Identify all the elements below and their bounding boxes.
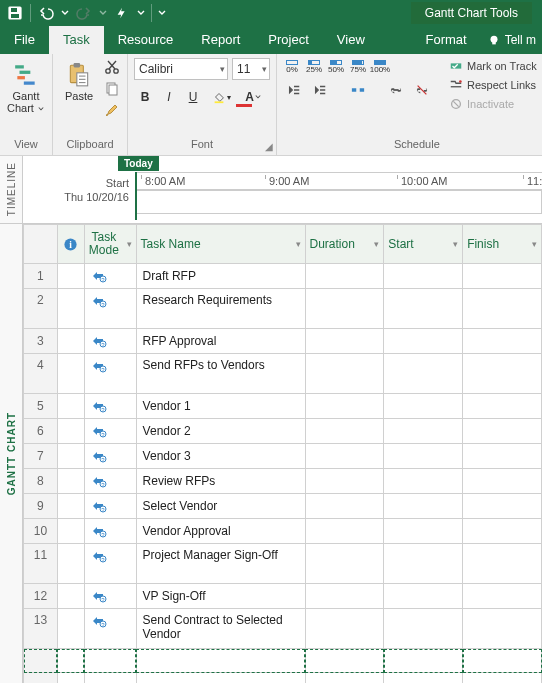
mark-on-track-button[interactable]: Mark on Track (447, 58, 542, 74)
timeline-canvas[interactable] (135, 190, 542, 214)
row-taskmode[interactable] (84, 289, 136, 329)
row-duration[interactable] (305, 469, 384, 494)
table-row[interactable]: 12VP Sign-Off (24, 584, 542, 609)
gantt-chart-button[interactable]: Gantt Chart (6, 58, 46, 114)
row-start[interactable] (384, 394, 463, 419)
row-number[interactable]: 10 (24, 519, 58, 544)
row-finish[interactable] (463, 469, 542, 494)
row-taskmode[interactable] (84, 419, 136, 444)
row-taskmode[interactable] (84, 444, 136, 469)
row-taskname[interactable]: Vendor 1 (136, 394, 305, 419)
col-taskmode[interactable]: Task Mode▾ (84, 225, 136, 264)
row-info[interactable] (57, 544, 84, 584)
col-duration[interactable]: Duration▾ (305, 225, 384, 264)
table-row[interactable]: 5Vendor 1 (24, 394, 542, 419)
row-taskname[interactable]: Research Requirements (136, 289, 305, 329)
row-start[interactable] (384, 519, 463, 544)
table-row[interactable]: 7Vendor 3 (24, 444, 542, 469)
row-taskmode[interactable] (84, 584, 136, 609)
row-info[interactable] (57, 469, 84, 494)
row-number[interactable]: 8 (24, 469, 58, 494)
row-taskmode[interactable] (84, 609, 136, 649)
task-grid[interactable]: Task Mode▾ Task Name▾ Duration▾ Start▾ F… (23, 224, 542, 683)
row-taskname[interactable]: Vendor 2 (136, 419, 305, 444)
row-duration[interactable] (305, 354, 384, 394)
row-duration[interactable] (305, 329, 384, 354)
save-button[interactable] (4, 2, 26, 24)
undo-dropdown[interactable] (59, 2, 71, 24)
row-duration[interactable] (305, 584, 384, 609)
row-finish[interactable] (463, 264, 542, 289)
copy-button[interactable] (103, 80, 121, 98)
table-row[interactable]: 1Draft RFP (24, 264, 542, 289)
row-number[interactable]: 12 (24, 584, 58, 609)
row-info[interactable] (57, 329, 84, 354)
underline-button[interactable]: U (182, 86, 204, 108)
row-finish[interactable] (463, 289, 542, 329)
row-info[interactable] (57, 519, 84, 544)
row-info[interactable] (57, 354, 84, 394)
pct-50-button[interactable]: 50% (327, 58, 345, 76)
row-number[interactable]: 9 (24, 494, 58, 519)
pct-0-button[interactable]: 0% (283, 58, 301, 76)
row-taskname[interactable]: Draft RFP (136, 264, 305, 289)
redo-dropdown[interactable] (97, 2, 109, 24)
row-start[interactable] (384, 544, 463, 584)
row-number[interactable]: 2 (24, 289, 58, 329)
row-finish[interactable] (463, 419, 542, 444)
link-tasks-button[interactable] (385, 79, 407, 101)
row-duration[interactable] (305, 289, 384, 329)
row-start[interactable] (384, 469, 463, 494)
row-info[interactable] (57, 494, 84, 519)
row-number[interactable]: 11 (24, 544, 58, 584)
pct-75-button[interactable]: 75% (349, 58, 367, 76)
row-taskname[interactable]: Send Contract to Selected Vendor (136, 609, 305, 649)
table-row[interactable]: 3RFP Approval (24, 329, 542, 354)
table-row[interactable]: 4Send RFPs to Vendors (24, 354, 542, 394)
tab-view[interactable]: View (323, 26, 379, 54)
row-taskname[interactable]: Vendor Approval (136, 519, 305, 544)
paste-button[interactable]: Paste (59, 58, 99, 102)
col-start[interactable]: Start▾ (384, 225, 463, 264)
respect-links-button[interactable]: Respect Links (447, 77, 542, 93)
row-start[interactable] (384, 329, 463, 354)
table-row[interactable]: 9Select Vendor (24, 494, 542, 519)
row-number[interactable]: 5 (24, 394, 58, 419)
row-taskname[interactable]: Select Vendor (136, 494, 305, 519)
row-start[interactable] (384, 609, 463, 649)
font-name-combo[interactable]: Calibri ▾ (134, 58, 228, 80)
row-start[interactable] (384, 419, 463, 444)
row-number[interactable]: 4 (24, 354, 58, 394)
row-info[interactable] (57, 289, 84, 329)
table-row[interactable]: 13Send Contract to Selected Vendor (24, 609, 542, 649)
row-finish[interactable] (463, 354, 542, 394)
row-taskname[interactable]: Send RFPs to Vendors (136, 354, 305, 394)
row-taskname[interactable]: VP Sign-Off (136, 584, 305, 609)
row-duration[interactable] (305, 609, 384, 649)
row-number[interactable]: 7 (24, 444, 58, 469)
row-info[interactable] (57, 609, 84, 649)
row-info[interactable] (57, 584, 84, 609)
col-rownum[interactable] (24, 225, 58, 264)
table-row[interactable]: 2Research Requirements (24, 289, 542, 329)
row-info[interactable] (57, 419, 84, 444)
indent-button[interactable] (309, 79, 331, 101)
row-duration[interactable] (305, 394, 384, 419)
col-info[interactable] (57, 225, 84, 264)
row-duration[interactable] (305, 544, 384, 584)
table-row[interactable]: 6Vendor 2 (24, 419, 542, 444)
cut-button[interactable] (103, 58, 121, 76)
row-start[interactable] (384, 444, 463, 469)
row-number[interactable]: 3 (24, 329, 58, 354)
row-taskname[interactable]: Review RFPs (136, 469, 305, 494)
row-finish[interactable] (463, 544, 542, 584)
row-finish[interactable] (463, 519, 542, 544)
row-number[interactable]: 6 (24, 419, 58, 444)
row-info[interactable] (57, 264, 84, 289)
font-color-button[interactable]: A (238, 86, 268, 108)
format-painter-button[interactable] (103, 102, 121, 120)
inactivate-button[interactable]: Inactivate (447, 96, 542, 112)
row-finish[interactable] (463, 444, 542, 469)
unlink-tasks-button[interactable] (411, 79, 433, 101)
italic-button[interactable]: I (158, 86, 180, 108)
